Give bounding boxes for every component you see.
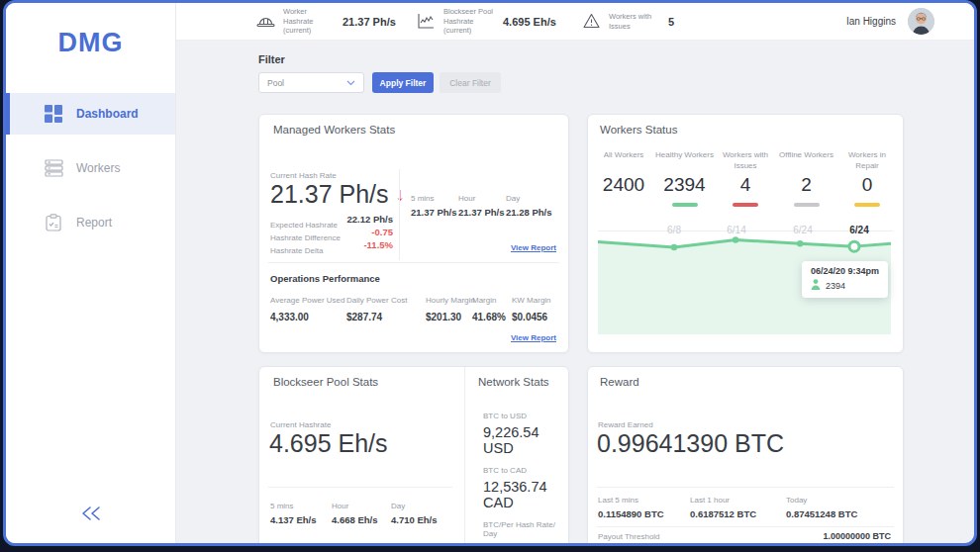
- current-hashrate-label: Current Hashrate: [270, 420, 331, 429]
- sidebar-item-report[interactable]: Report: [6, 202, 175, 243]
- sidebar-item-dashboard[interactable]: Dashboard: [6, 93, 175, 135]
- filter-title: Filter: [258, 53, 974, 65]
- network-stat-btc-hashrate-day: BTC/Per Hash Rate/ Day 0.008471 BTC: [483, 520, 568, 546]
- user-name: Ian Higgins: [846, 16, 896, 27]
- dashboard-cards: Managed Workers Stats Current Hash Rate …: [258, 114, 974, 546]
- counter-value: 4: [716, 174, 775, 196]
- counter-value: 0: [837, 174, 897, 196]
- period-label: 5 mins: [270, 502, 316, 510]
- user-menu[interactable]: Ian Higgins: [846, 3, 934, 40]
- network-stat-value: 0.008471 BTC: [483, 542, 568, 546]
- header-stat-pool-hashrate: Blockseer Pool Hashrate (current) 4.695 …: [417, 3, 556, 40]
- row-value: 22.12 Ph/s: [347, 214, 393, 225]
- counter-workers-in-repair: Workers in Repair 0: [837, 150, 897, 207]
- chart-point[interactable]: [671, 244, 677, 250]
- view-report-link[interactable]: View Report: [511, 243, 556, 252]
- header-stat-value: 4.695 Eh/s: [503, 16, 556, 28]
- sidebar-item-workers[interactable]: Workers: [6, 147, 175, 189]
- tooltip-value: 2394: [826, 281, 845, 291]
- sidebar-nav: Dashboard Workers Report: [6, 93, 175, 243]
- reward-earned-label: Reward Earned: [598, 420, 653, 429]
- metric-value: $287.74: [346, 312, 382, 322]
- period-label: Hour: [332, 502, 377, 510]
- workers-trend-chart[interactable]: 6/8 6/14 6/24 6/24 06/24/20 9:34pm: [598, 231, 891, 334]
- metric-label: Hourly Margin: [426, 296, 475, 305]
- pool-filter-select[interactable]: Pool: [258, 72, 364, 93]
- counter-label: Healthy Workers: [655, 150, 715, 172]
- payout-threshold-label: Payout Threshold: [598, 532, 660, 541]
- metric-label: Margin: [472, 296, 496, 305]
- chart-point[interactable]: [797, 240, 803, 246]
- period-value: 4.668 Eh/s: [332, 514, 377, 525]
- counter-offline-workers: Offline Workers 2: [777, 150, 836, 207]
- double-chevron-left-icon: [80, 507, 102, 524]
- network-stat-label: BTC to CAD: [483, 466, 568, 475]
- dashboard-icon: [44, 104, 63, 124]
- card-title: Managed Workers Stats: [273, 124, 395, 136]
- reward-earned-value: 0.99641390 BTC: [597, 429, 784, 458]
- network-stat-btc-cad: BTC to CAD 12,536.74 CAD: [483, 466, 568, 510]
- apply-filter-button[interactable]: Apply Filter: [372, 72, 434, 93]
- header-stat-worker-hashrate: Worker Hashrate (current) 21.37 Ph/s: [256, 3, 396, 40]
- chart-tooltip: 06/24/20 9:34pm 2394: [802, 261, 888, 298]
- reward-period-5mins: Last 5 mins 0.1154890 BTC: [598, 496, 664, 519]
- x-axis-label: 6/14: [721, 225, 752, 235]
- period-value: 0.1154890 BTC: [598, 508, 664, 519]
- x-axis-label-selected: 6/24: [843, 225, 875, 235]
- current-hash-rate-label: Current Hash Rate: [270, 171, 337, 180]
- header-stat-label: Blockseer Pool Hashrate (current): [443, 7, 495, 36]
- chart-point[interactable]: [733, 236, 738, 242]
- content-area: Filter Pool Apply Filter Clear Filter Ma…: [176, 41, 974, 546]
- network-stat-label: BTC to USD: [483, 412, 568, 420]
- divider: [399, 169, 400, 260]
- view-report-link[interactable]: View Report: [511, 333, 556, 342]
- status-bar-offline: [794, 203, 820, 207]
- clear-filter-button[interactable]: Clear Filter: [440, 72, 501, 93]
- x-axis-label: 6/8: [658, 225, 690, 235]
- chart-point-selected[interactable]: [849, 241, 859, 251]
- card-title: Workers Status: [600, 124, 677, 136]
- period-5mins: 5 mins 21.37 Ph/s: [411, 194, 456, 218]
- worker-person-icon: [811, 279, 821, 292]
- sidebar-item-label: Report: [76, 216, 112, 230]
- header-stat-workers-issues: Workers with Issues 5: [582, 3, 674, 40]
- app-window: DMG Dashboard Workers Report: [3, 0, 977, 546]
- filter-controls: Pool Apply Filter Clear Filter: [258, 72, 974, 93]
- counter-label: Workers with Issues: [716, 150, 775, 172]
- period-label: Day: [506, 194, 551, 203]
- counter-label: Offline Workers: [777, 150, 836, 172]
- trend-down-icon: ↓: [396, 185, 406, 204]
- current-hash-rate-value: 21.37 Ph/s: [270, 180, 389, 209]
- period-value: 21.37 Ph/s: [411, 207, 456, 218]
- main-area: Worker Hashrate (current) 21.37 Ph/s Blo…: [176, 3, 974, 543]
- current-hashrate-value: 4.695 Eh/s: [269, 429, 388, 458]
- network-stat-value: 9,226.54 USD: [483, 424, 568, 456]
- counter-all-workers: All Workers 2400: [594, 150, 653, 207]
- chevron-down-icon: [346, 78, 355, 88]
- servers-icon: [44, 158, 63, 178]
- metric-value: $201.30: [426, 312, 461, 322]
- reward-period-today: Today 0.87451248 BTC: [786, 496, 857, 519]
- divider: [464, 367, 465, 546]
- sidebar-collapse-button[interactable]: [6, 506, 175, 525]
- blockseer-pool-stats-card: Blockseer Pool Stats Current Hashrate 4.…: [258, 366, 569, 546]
- header-stat-value: 5: [668, 16, 674, 28]
- sidebar: DMG Dashboard Workers Report: [6, 3, 176, 543]
- row-label: Hashrate Delta: [270, 246, 323, 255]
- managed-workers-stats-card: Managed Workers Stats Current Hash Rate …: [258, 114, 569, 353]
- counter-value: 2400: [594, 174, 653, 196]
- brand-logo: DMG: [6, 3, 175, 62]
- header-stat-label: Workers with Issues: [609, 12, 660, 32]
- avatar[interactable]: [908, 8, 934, 35]
- period-value: 21.37 Ph/s: [458, 207, 504, 218]
- x-axis-label: 6/24: [787, 225, 819, 235]
- warning-icon: [582, 12, 601, 31]
- period-label: Day: [391, 502, 437, 510]
- pool-period-5mins: 5 mins 4.137 Eh/s: [270, 502, 316, 525]
- period-label: Last 5 mins: [598, 496, 664, 505]
- top-bar: Worker Hashrate (current) 21.37 Ph/s Blo…: [176, 3, 974, 41]
- counter-label: Workers in Repair: [837, 150, 897, 172]
- period-value: 0.6187512 BTC: [690, 508, 756, 519]
- counter-workers-with-issues: Workers with Issues 4: [716, 150, 775, 207]
- metric-value: 4,333.00: [270, 312, 309, 322]
